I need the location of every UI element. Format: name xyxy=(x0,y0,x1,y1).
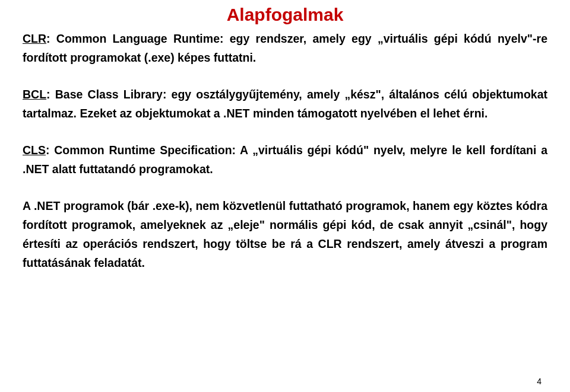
text-bcl: : Base Class Library: egy osztálygyűjtem… xyxy=(23,88,547,120)
text-net: A .NET programok (bár .exe-k), nem közve… xyxy=(23,199,547,269)
term-clr: CLR xyxy=(23,32,46,45)
term-bcl: BCL xyxy=(23,88,46,101)
paragraph-clr: CLR: Common Language Runtime: egy rendsz… xyxy=(23,30,547,68)
page-title: Alapfogalmak xyxy=(23,5,547,25)
page-number: 4 xyxy=(537,377,542,386)
paragraph-net: A .NET programok (bár .exe-k), nem közve… xyxy=(23,197,547,273)
paragraph-cls: CLS: Common Runtime Specification: A „vi… xyxy=(23,141,547,179)
term-cls: CLS xyxy=(23,144,46,157)
text-clr: : Common Language Runtime: egy rendszer,… xyxy=(23,32,547,64)
paragraph-bcl: BCL: Base Class Library: egy osztálygyűj… xyxy=(23,85,547,123)
text-cls: : Common Runtime Specification: A „virtu… xyxy=(23,144,547,176)
